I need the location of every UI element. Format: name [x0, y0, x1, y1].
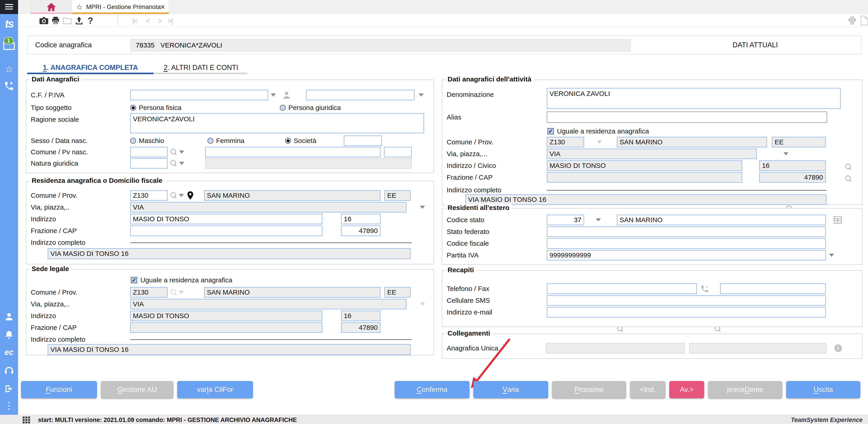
- att-uguale-residenza-checkbox[interactable]: ✓: [548, 128, 554, 134]
- cf-dropdown-icon[interactable]: [271, 93, 276, 96]
- ragione-sociale-input[interactable]: VERONICA*ZAVOLI: [130, 113, 424, 133]
- panel-title: Residenza anagrafica o Domicilio fiscale: [29, 177, 165, 185]
- help-icon[interactable]: ?: [86, 16, 95, 25]
- panel-dati-anagrafici: Dati Anagrafici C.F. / P.IVA Tipo sogget…: [26, 80, 434, 173]
- avanti-button[interactable]: Av.>: [669, 381, 704, 398]
- varia-button[interactable]: Varia: [473, 381, 548, 398]
- res-comune-dropdown-icon[interactable]: [179, 194, 184, 197]
- status-text: start: MULTI versione: 2021.01.09 comand…: [38, 417, 297, 424]
- tab-home[interactable]: [31, 0, 72, 14]
- map-pin-icon[interactable]: [186, 191, 194, 200]
- denominazione-label: Denominazione: [447, 88, 546, 98]
- close-tab-icon[interactable]: ×: [160, 2, 165, 12]
- stato-federato-input[interactable]: [547, 226, 826, 237]
- cellulare-input[interactable]: [547, 295, 826, 306]
- sede-uguale-residenza-checkbox[interactable]: ✓: [131, 277, 137, 283]
- documents-folder-icon[interactable]: 1: [0, 38, 18, 53]
- att-provincia-field: EE: [772, 137, 826, 147]
- comune-nasc-name-input[interactable]: [205, 147, 380, 157]
- email-input[interactable]: [547, 307, 826, 317]
- res-civico-input[interactable]: 16: [341, 214, 380, 224]
- indirizzo-completo-label: Indirizzo completo: [447, 186, 546, 194]
- alias-input[interactable]: [547, 112, 827, 123]
- cf-secondary-dropdown-icon[interactable]: [418, 93, 424, 96]
- res-frazione-input[interactable]: [130, 226, 322, 236]
- ec-logo-icon[interactable]: ec: [0, 347, 18, 358]
- app-grid-icon[interactable]: [23, 417, 30, 423]
- stato-table-icon[interactable]: [834, 216, 842, 224]
- funzioni-button[interactable]: Funzioni: [21, 381, 97, 398]
- panel-title: Dati anagrafici dell'attività: [445, 75, 534, 83]
- natura-giuridica-code-input[interactable]: [130, 158, 167, 169]
- phone-dial-icon[interactable]: [700, 284, 709, 293]
- panel-residenza: Residenza anagrafica o Domicilio fiscale…: [26, 181, 434, 264]
- cf-piva-secondary-input[interactable]: [306, 90, 414, 100]
- panel-residenti-estero: Residenti all'estero Codice stato 37 SAN…: [442, 208, 862, 265]
- varia-clifor-button[interactable]: varIa CliFor: [177, 381, 253, 398]
- phone-contact-icon[interactable]: [0, 80, 18, 92]
- res-comune-code-input[interactable]: Z130: [130, 190, 167, 201]
- via-piazza-label: Via, piazza,...: [447, 150, 546, 158]
- person-lookup-icon[interactable]: [282, 90, 291, 100]
- natura-giuridica-search-icon[interactable]: [170, 160, 178, 167]
- user-profile-icon[interactable]: [0, 310, 18, 323]
- comune-nasc-search-icon[interactable]: [170, 148, 178, 156]
- anagrafica-unica-desc-field: [689, 343, 827, 354]
- fax-input[interactable]: [720, 283, 826, 294]
- sesso-data-label: Sesso / Data nasc.: [31, 137, 130, 145]
- radio-persona-fisica[interactable]: [130, 105, 136, 111]
- home-icon: [46, 2, 57, 11]
- sede-via-field: VIA: [130, 299, 406, 309]
- telefono-fax-label: Telefono / Fax: [447, 285, 546, 292]
- codice-stato-input[interactable]: 37: [547, 215, 584, 225]
- telefono-input[interactable]: [547, 283, 697, 294]
- tab-altri-dati-e-conti[interactable]: 2. ALTRI DATI E CONTI: [155, 61, 247, 74]
- radio-persona-giuridica[interactable]: [280, 105, 286, 111]
- partita-iva-input[interactable]: 99999999999: [547, 250, 826, 260]
- radio-femmina[interactable]: [208, 138, 213, 144]
- tab-mpri-gestione-primanota[interactable]: ☆ MPRI - Gestione Primanota ×: [72, 0, 169, 14]
- cf-piva-input[interactable]: [130, 90, 268, 100]
- comune-pv-nasc-label: Comune / Pv nasc.: [31, 148, 130, 156]
- data-nascita-input[interactable]: [344, 136, 382, 146]
- att-frazione-search-icon[interactable]: [844, 175, 852, 182]
- denominazione-input[interactable]: VERONICA ZAVOLI: [547, 88, 841, 109]
- conferma-button[interactable]: Conferma: [395, 381, 469, 398]
- codice-stato-dropdown-icon[interactable]: [596, 218, 601, 222]
- info-icon[interactable]: i: [834, 344, 842, 352]
- stato-name-input[interactable]: SAN MARINO: [617, 215, 826, 225]
- comune-nasc-code-input[interactable]: [130, 147, 167, 157]
- radio-maschio[interactable]: [130, 138, 136, 144]
- panel-collegamenti: Collegamenti Anagrafica Unica i: [442, 334, 862, 359]
- favorite-tab-star-icon[interactable]: ☆: [76, 3, 83, 11]
- favorites-star-icon[interactable]: ☆: [0, 63, 18, 75]
- comune-prov-label: Comune / Prov.: [31, 288, 130, 296]
- nav-next-icon: >: [158, 17, 161, 25]
- indirizzo-label: Indirizzo: [31, 215, 130, 223]
- codice-fiscale-estero-input[interactable]: [547, 238, 826, 249]
- res-cap-input[interactable]: 47890: [341, 226, 380, 236]
- tab-anagrafica-completa[interactable]: 1. ANAGRAFICA COMPLETA: [27, 61, 154, 74]
- natura-giuridica-label: Natura giuridica: [31, 160, 130, 167]
- uscita-button[interactable]: Uscita: [786, 381, 860, 398]
- partita-iva-dropdown-icon[interactable]: [829, 254, 834, 257]
- provincia-nasc-input[interactable]: [384, 147, 412, 157]
- toolbar: ? |< < > >| PDF: [18, 14, 868, 27]
- res-via-dropdown-icon[interactable]: [420, 206, 425, 209]
- natura-giuridica-dropdown-icon[interactable]: [179, 162, 184, 165]
- more-options-icon[interactable]: [0, 401, 18, 411]
- res-comune-search-icon[interactable]: [170, 192, 178, 199]
- radio-societa[interactable]: [285, 138, 291, 144]
- upload-icon[interactable]: [74, 16, 84, 25]
- print-icon[interactable]: [51, 16, 61, 25]
- main-menu-button[interactable]: [0, 0, 18, 14]
- notifications-bell-icon[interactable]: [0, 329, 18, 341]
- att-indirizzo-search-icon[interactable]: [844, 163, 852, 171]
- screenshot-camera-icon[interactable]: [39, 16, 49, 25]
- headset-support-icon[interactable]: [0, 364, 18, 376]
- exit-logout-icon[interactable]: [0, 383, 18, 395]
- indietro-button: <Ind.: [630, 381, 665, 398]
- comune-nasc-dropdown-icon[interactable]: [179, 150, 184, 153]
- att-via-dropdown-icon[interactable]: [783, 152, 788, 156]
- res-indirizzo-input[interactable]: MASIO DI TONSO: [130, 214, 322, 224]
